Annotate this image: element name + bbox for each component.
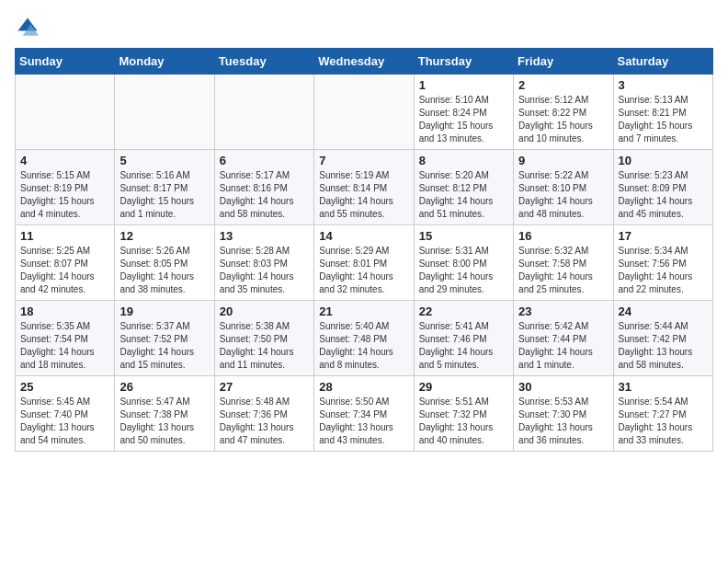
- day-number: 3: [619, 78, 708, 92]
- day-number: 25: [20, 380, 109, 394]
- calendar-day-22: 22Sunrise: 5:41 AM Sunset: 7:46 PM Dayli…: [414, 301, 513, 376]
- day-number: 7: [319, 154, 408, 167]
- day-number: 6: [220, 154, 309, 167]
- calendar-day-27: 27Sunrise: 5:48 AM Sunset: 7:36 PM Dayli…: [214, 376, 313, 452]
- day-info: Sunrise: 5:54 AM Sunset: 7:27 PM Dayligh…: [619, 396, 708, 447]
- day-number: 11: [20, 229, 109, 243]
- calendar-day-15: 15Sunrise: 5:31 AM Sunset: 8:00 PM Dayli…: [414, 225, 513, 301]
- calendar-week-row: 18Sunrise: 5:35 AM Sunset: 7:54 PM Dayli…: [16, 301, 713, 376]
- day-number: 14: [319, 229, 408, 243]
- calendar-day-23: 23Sunrise: 5:42 AM Sunset: 7:44 PM Dayli…: [514, 301, 613, 376]
- day-number: 13: [220, 229, 309, 243]
- day-info: Sunrise: 5:32 AM Sunset: 7:58 PM Dayligh…: [518, 245, 608, 296]
- day-info: Sunrise: 5:44 AM Sunset: 7:42 PM Dayligh…: [619, 320, 708, 372]
- day-number: 4: [20, 154, 109, 167]
- calendar-day-10: 10Sunrise: 5:23 AM Sunset: 8:09 PM Dayli…: [613, 150, 712, 225]
- calendar-header-tuesday: Tuesday: [214, 49, 313, 75]
- calendar-empty-cell: [214, 75, 313, 150]
- day-info: Sunrise: 5:45 AM Sunset: 7:40 PM Dayligh…: [20, 396, 109, 447]
- day-info: Sunrise: 5:42 AM Sunset: 7:44 PM Dayligh…: [518, 320, 608, 372]
- logo: [15, 15, 44, 40]
- day-info: Sunrise: 5:38 AM Sunset: 7:50 PM Dayligh…: [220, 320, 309, 372]
- day-info: Sunrise: 5:16 AM Sunset: 8:17 PM Dayligh…: [119, 169, 209, 221]
- calendar-empty-cell: [115, 75, 214, 150]
- day-info: Sunrise: 5:37 AM Sunset: 7:52 PM Dayligh…: [119, 320, 209, 372]
- day-info: Sunrise: 5:51 AM Sunset: 7:32 PM Dayligh…: [419, 396, 508, 447]
- day-number: 22: [419, 304, 508, 318]
- day-info: Sunrise: 5:35 AM Sunset: 7:54 PM Dayligh…: [20, 320, 109, 372]
- day-info: Sunrise: 5:19 AM Sunset: 8:14 PM Dayligh…: [319, 169, 408, 221]
- calendar-header-thursday: Thursday: [414, 49, 513, 75]
- page-header: [15, 15, 713, 40]
- day-number: 5: [119, 154, 209, 167]
- day-number: 21: [319, 304, 408, 318]
- calendar-empty-cell: [16, 75, 115, 150]
- day-number: 30: [518, 380, 608, 394]
- calendar-day-3: 3Sunrise: 5:13 AM Sunset: 8:21 PM Daylig…: [613, 75, 712, 150]
- day-info: Sunrise: 5:13 AM Sunset: 8:21 PM Dayligh…: [619, 94, 708, 145]
- day-number: 9: [518, 154, 608, 167]
- calendar-week-row: 4Sunrise: 5:15 AM Sunset: 8:19 PM Daylig…: [16, 150, 713, 225]
- calendar-empty-cell: [314, 75, 414, 150]
- day-info: Sunrise: 5:47 AM Sunset: 7:38 PM Dayligh…: [119, 396, 209, 447]
- calendar-week-row: 1Sunrise: 5:10 AM Sunset: 8:24 PM Daylig…: [16, 75, 713, 150]
- calendar-day-14: 14Sunrise: 5:29 AM Sunset: 8:01 PM Dayli…: [314, 225, 414, 301]
- calendar-day-26: 26Sunrise: 5:47 AM Sunset: 7:38 PM Dayli…: [115, 376, 214, 452]
- day-info: Sunrise: 5:29 AM Sunset: 8:01 PM Dayligh…: [319, 245, 408, 296]
- day-info: Sunrise: 5:34 AM Sunset: 7:56 PM Dayligh…: [619, 245, 708, 296]
- calendar-day-24: 24Sunrise: 5:44 AM Sunset: 7:42 PM Dayli…: [613, 301, 712, 376]
- calendar-week-row: 11Sunrise: 5:25 AM Sunset: 8:07 PM Dayli…: [16, 225, 713, 301]
- calendar-day-25: 25Sunrise: 5:45 AM Sunset: 7:40 PM Dayli…: [16, 376, 115, 452]
- calendar-header-wednesday: Wednesday: [314, 49, 414, 75]
- calendar-day-13: 13Sunrise: 5:28 AM Sunset: 8:03 PM Dayli…: [214, 225, 313, 301]
- calendar-day-28: 28Sunrise: 5:50 AM Sunset: 7:34 PM Dayli…: [314, 376, 414, 452]
- calendar-day-18: 18Sunrise: 5:35 AM Sunset: 7:54 PM Dayli…: [16, 301, 115, 376]
- day-info: Sunrise: 5:20 AM Sunset: 8:12 PM Dayligh…: [419, 169, 508, 221]
- day-info: Sunrise: 5:26 AM Sunset: 8:05 PM Dayligh…: [119, 245, 209, 296]
- calendar-header-monday: Monday: [115, 49, 214, 75]
- day-number: 10: [619, 154, 708, 167]
- calendar-day-8: 8Sunrise: 5:20 AM Sunset: 8:12 PM Daylig…: [414, 150, 513, 225]
- day-number: 18: [20, 304, 109, 318]
- day-info: Sunrise: 5:10 AM Sunset: 8:24 PM Dayligh…: [419, 94, 508, 145]
- day-number: 27: [220, 380, 309, 394]
- calendar-day-30: 30Sunrise: 5:53 AM Sunset: 7:30 PM Dayli…: [514, 376, 613, 452]
- calendar-day-7: 7Sunrise: 5:19 AM Sunset: 8:14 PM Daylig…: [314, 150, 414, 225]
- day-info: Sunrise: 5:12 AM Sunset: 8:22 PM Dayligh…: [518, 94, 608, 145]
- day-info: Sunrise: 5:15 AM Sunset: 8:19 PM Dayligh…: [20, 169, 109, 221]
- day-number: 12: [119, 229, 209, 243]
- calendar-header-sunday: Sunday: [16, 49, 115, 75]
- day-number: 26: [119, 380, 209, 394]
- calendar-day-5: 5Sunrise: 5:16 AM Sunset: 8:17 PM Daylig…: [115, 150, 214, 225]
- day-number: 17: [619, 229, 708, 243]
- calendar-day-11: 11Sunrise: 5:25 AM Sunset: 8:07 PM Dayli…: [16, 225, 115, 301]
- day-number: 19: [119, 304, 209, 318]
- day-info: Sunrise: 5:31 AM Sunset: 8:00 PM Dayligh…: [419, 245, 508, 296]
- calendar-table: SundayMondayTuesdayWednesdayThursdayFrid…: [15, 48, 713, 452]
- calendar-day-12: 12Sunrise: 5:26 AM Sunset: 8:05 PM Dayli…: [115, 225, 214, 301]
- day-number: 31: [619, 380, 708, 394]
- calendar-day-2: 2Sunrise: 5:12 AM Sunset: 8:22 PM Daylig…: [514, 75, 613, 150]
- day-info: Sunrise: 5:17 AM Sunset: 8:16 PM Dayligh…: [220, 169, 309, 221]
- day-number: 29: [419, 380, 508, 394]
- day-number: 20: [220, 304, 309, 318]
- calendar-header-saturday: Saturday: [613, 49, 712, 75]
- calendar-day-9: 9Sunrise: 5:22 AM Sunset: 8:10 PM Daylig…: [514, 150, 613, 225]
- day-info: Sunrise: 5:28 AM Sunset: 8:03 PM Dayligh…: [220, 245, 309, 296]
- day-info: Sunrise: 5:41 AM Sunset: 7:46 PM Dayligh…: [419, 320, 508, 372]
- day-number: 2: [518, 78, 608, 92]
- calendar-header-friday: Friday: [514, 49, 613, 75]
- calendar-day-4: 4Sunrise: 5:15 AM Sunset: 8:19 PM Daylig…: [16, 150, 115, 225]
- calendar-day-21: 21Sunrise: 5:40 AM Sunset: 7:48 PM Dayli…: [314, 301, 414, 376]
- day-info: Sunrise: 5:25 AM Sunset: 8:07 PM Dayligh…: [20, 245, 109, 296]
- calendar-day-31: 31Sunrise: 5:54 AM Sunset: 7:27 PM Dayli…: [613, 376, 712, 452]
- day-info: Sunrise: 5:40 AM Sunset: 7:48 PM Dayligh…: [319, 320, 408, 372]
- calendar-day-20: 20Sunrise: 5:38 AM Sunset: 7:50 PM Dayli…: [214, 301, 313, 376]
- calendar-header-row: SundayMondayTuesdayWednesdayThursdayFrid…: [16, 49, 713, 75]
- day-number: 23: [518, 304, 608, 318]
- day-info: Sunrise: 5:50 AM Sunset: 7:34 PM Dayligh…: [319, 396, 408, 447]
- day-info: Sunrise: 5:23 AM Sunset: 8:09 PM Dayligh…: [619, 169, 708, 221]
- calendar-day-29: 29Sunrise: 5:51 AM Sunset: 7:32 PM Dayli…: [414, 376, 513, 452]
- day-number: 1: [419, 78, 508, 92]
- day-number: 8: [419, 154, 508, 167]
